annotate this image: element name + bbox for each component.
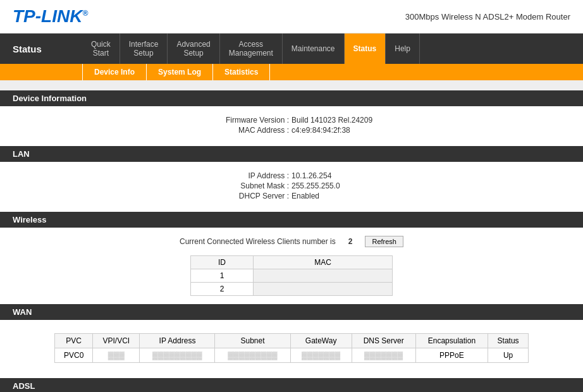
dhcp-row: DHCP Server : Enabled [13, 192, 570, 200]
nav-access-management-label: AccessManagement [229, 40, 273, 58]
firmware-value: Build 141023 Rel.24209 [292, 116, 418, 125]
device-info-header: Device Information [0, 90, 583, 106]
current-section-label: Status [0, 34, 82, 64]
nav-maintenance-label: Maintenance [292, 44, 335, 53]
ip-value: 10.1.26.254 [292, 171, 418, 180]
dhcp-value: Enabled [292, 192, 418, 200]
firmware-row: Firmware Version : Build 141023 Rel.2420… [13, 116, 570, 125]
adsl-header: ADSL [0, 378, 583, 392]
nav-quick-start-label: QuickStart [91, 40, 111, 58]
mac-row: MAC Address : c4:e9:84:94:2f:38 [13, 126, 570, 135]
wireless-clients-count: 2 [348, 237, 353, 246]
wan-col-pvc: PVC [55, 334, 93, 348]
wireless-header: Wireless [0, 212, 583, 228]
tp-link-logo: TP-LINK® [13, 6, 88, 27]
page-header: TP-LINK® 300Mbps Wireless N ADSL2+ Modem… [0, 0, 583, 34]
wan-row1-ip: ▓▓▓▓▓▓▓▓▓ [140, 348, 215, 363]
logo-reg: ® [82, 9, 88, 18]
wan-col-status: Status [488, 334, 528, 348]
wan-row1-encap: PPPoE [415, 348, 488, 363]
wan-col-encap: Encapsulation [415, 334, 488, 348]
wan-table-row-1: PVC0 ▓▓▓ ▓▓▓▓▓▓▓▓▓ ▓▓▓▓▓▓▓▓▓ ▓▓▓▓▓▓▓ ▓▓▓… [55, 348, 529, 363]
nav-access-management[interactable]: AccessManagement [220, 34, 283, 64]
wan-col-gateway: GateWay [290, 334, 352, 348]
nav-bar: Status QuickStart InterfaceSetup Advance… [0, 34, 583, 64]
sub-nav-device-info[interactable]: Device Info [82, 64, 147, 80]
nav-status-label: Status [353, 44, 377, 53]
sub-nav-statistics[interactable]: Statistics [213, 64, 270, 80]
wireless-table-row-1: 1 [191, 269, 393, 283]
dhcp-label: DHCP Server : [165, 192, 292, 200]
wireless-row2-id: 2 [191, 283, 254, 296]
wan-col-dns: DNS Server [352, 334, 415, 348]
mac-value: c4:e9:84:94:2f:38 [292, 126, 418, 135]
device-info-section: Firmware Version : Build 141023 Rel.2420… [0, 109, 583, 141]
wan-col-vpivci: VPI/VCI [93, 334, 140, 348]
sub-nav-system-log[interactable]: System Log [147, 64, 213, 80]
subnet-label: Subnet Mask : [165, 181, 292, 190]
wireless-clients-text: Current Connected Wireless Clients numbe… [180, 237, 336, 246]
wireless-table-row-2: 2 [191, 283, 393, 296]
wan-row1-gateway: ▓▓▓▓▓▓▓ [290, 348, 352, 363]
nav-quick-start[interactable]: QuickStart [82, 34, 120, 64]
wan-col-subnet: Subnet [215, 334, 290, 348]
wan-col-ip: IP Address [140, 334, 215, 348]
nav-advanced-setup-label: AdvancedSetup [176, 40, 210, 58]
wan-row1-pvc: PVC0 [55, 348, 93, 363]
wireless-refresh-button[interactable]: Refresh [365, 236, 403, 247]
wan-row1-vpivci: ▓▓▓ [93, 348, 140, 363]
wireless-clients-row: Current Connected Wireless Clients numbe… [0, 231, 583, 252]
nav-status[interactable]: Status [345, 34, 386, 64]
nav-advanced-setup[interactable]: AdvancedSetup [168, 34, 219, 64]
mac-table-id-header: ID [191, 256, 254, 269]
ip-row: IP Address : 10.1.26.254 [13, 171, 570, 180]
lan-section: IP Address : 10.1.26.254 Subnet Mask : 2… [0, 165, 583, 207]
wireless-mac-table: ID MAC 1 2 [190, 255, 393, 296]
wan-row1-status: Up [488, 348, 528, 363]
lan-header: LAN [0, 146, 583, 162]
wireless-row1-id: 1 [191, 269, 254, 283]
nav-help-label: Help [395, 44, 410, 53]
wan-table: PVC VPI/VCI IP Address Subnet GateWay DN… [54, 333, 529, 363]
wireless-row2-mac [254, 283, 393, 296]
wan-row1-dns: ▓▓▓▓▓▓▓ [352, 348, 415, 363]
product-name: 300Mbps Wireless N ADSL2+ Modem Router [405, 12, 570, 21]
subnet-row: Subnet Mask : 255.255.255.0 [13, 181, 570, 190]
subnet-value: 255.255.255.0 [292, 181, 418, 190]
sub-nav-bar: Device Info System Log Statistics [0, 64, 583, 80]
logo-text: TP-LINK [13, 6, 82, 26]
nav-interface-setup-label: InterfaceSetup [129, 40, 159, 58]
ip-label: IP Address : [165, 171, 292, 180]
nav-interface-setup[interactable]: InterfaceSetup [120, 34, 168, 64]
firmware-label: Firmware Version : [165, 116, 292, 125]
nav-maintenance[interactable]: Maintenance [283, 34, 345, 64]
nav-help[interactable]: Help [386, 34, 420, 64]
mac-table-mac-header: MAC [254, 256, 393, 269]
wan-header: WAN [0, 304, 583, 320]
mac-label: MAC Address : [165, 126, 292, 135]
wireless-row1-mac [254, 269, 393, 283]
main-content: Device Information Firmware Version : Bu… [0, 80, 583, 392]
wan-row1-subnet: ▓▓▓▓▓▓▓▓▓ [215, 348, 290, 363]
